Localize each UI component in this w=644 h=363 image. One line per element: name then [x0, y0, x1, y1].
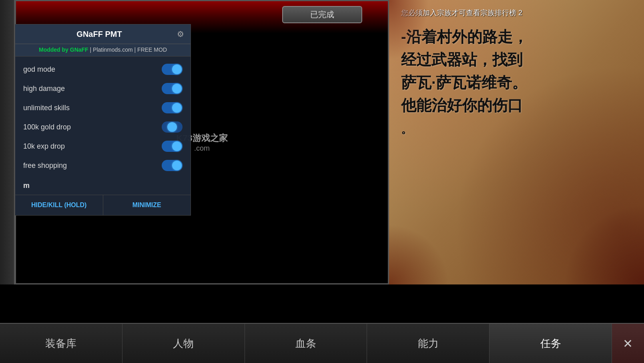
minimize-button[interactable]: MINIMIZE	[103, 195, 191, 215]
left-edge	[0, 0, 15, 284]
toggle-100k-gold[interactable]	[162, 121, 183, 133]
nav-label-health: 血条	[295, 337, 316, 351]
completed-button[interactable]: 已完成	[282, 6, 362, 23]
quest-line-4: 他能治好你的伤口	[401, 94, 632, 117]
quest-line-3: 萨瓦·萨瓦诺维奇。	[401, 71, 632, 94]
quest-dot: 。	[401, 121, 632, 138]
gear-icon[interactable]: ⚙	[177, 29, 184, 39]
mod-item-label-100k-gold: 100k gold drop	[23, 123, 71, 131]
mod-item-god-mode: god mode	[15, 60, 191, 79]
nav-item-quest[interactable]: 任务	[490, 324, 612, 363]
nav-item-equipment[interactable]: 装备库	[0, 324, 122, 363]
mod-item-unlimited-skills: unlimited skills	[15, 98, 191, 117]
mod-item-high-damage: high damage	[15, 79, 191, 98]
quest-line-2: 经过武器站，找到	[401, 48, 632, 71]
quest-text: -沿着村外的路走， 经过武器站，找到 萨瓦·萨瓦诺维奇。 他能治好你的伤口 。	[401, 26, 632, 138]
nav-label-equipment: 装备库	[45, 337, 76, 351]
hide-kill-button[interactable]: HIDE/KILL (HOLD)	[15, 195, 103, 215]
mod-by-label: Modded by GNaFF	[39, 46, 88, 53]
toggle-10k-exp[interactable]	[162, 141, 183, 152]
quest-notification: 您必须加入宗族才可查看宗族排行榜 2	[401, 8, 632, 18]
mod-item-label-unlimited-skills: unlimited skills	[23, 104, 70, 112]
toggle-free-shopping[interactable]	[162, 160, 183, 171]
mod-item-label-high-damage: high damage	[23, 85, 65, 93]
nav-item-close[interactable]: ✕	[612, 324, 644, 363]
nav-item-character[interactable]: 人物	[122, 324, 245, 363]
mod-item-label-god-mode: god mode	[23, 65, 55, 74]
mod-extra-label: m	[15, 178, 191, 195]
toggle-god-mode[interactable]	[162, 64, 183, 75]
quest-line-1: -沿着村外的路走，	[401, 26, 632, 48]
mod-site-label: Platinmods.com	[93, 46, 133, 53]
nav-item-health[interactable]: 血条	[245, 324, 367, 363]
nav-item-skills[interactable]: 能力	[367, 324, 490, 363]
mod-panel-header: GNaFF PMT ⚙	[15, 24, 191, 44]
mod-title: GNaFF PMT	[22, 30, 177, 39]
mod-item-free-shopping: free shopping	[15, 156, 191, 175]
mod-items-list: god mode high damage unlimited skills 10…	[15, 56, 191, 178]
nav-label-skills: 能力	[418, 337, 439, 351]
quest-panel: 您必须加入宗族才可查看宗族排行榜 2 -沿着村外的路走， 经过武器站，找到 萨瓦…	[389, 0, 644, 284]
mod-panel: GNaFF PMT ⚙ Modded by GNaFF | Platinmods…	[15, 24, 191, 216]
nav-label-character: 人物	[173, 337, 194, 351]
mod-item-10k-exp: 10k exp drop	[15, 137, 191, 156]
mod-separator2: |	[134, 46, 138, 53]
close-icon: ✕	[623, 337, 633, 351]
toggle-unlimited-skills[interactable]	[162, 102, 183, 113]
bottom-nav: 装备库 人物 血条 能力 任务 ✕	[0, 323, 644, 363]
mod-item-100k-gold: 100k gold drop	[15, 117, 191, 137]
mod-separator1: |	[90, 46, 93, 53]
toggle-high-damage[interactable]	[162, 83, 183, 94]
mod-free-label: FREE MOD	[137, 46, 167, 53]
mod-footer: HIDE/KILL (HOLD) MINIMIZE	[15, 195, 191, 215]
mod-item-label-free-shopping: free shopping	[23, 161, 67, 170]
mod-subtitle: Modded by GNaFF | Platinmods.com | FREE …	[15, 44, 191, 56]
nav-label-quest: 任务	[540, 337, 561, 351]
mod-item-label-10k-exp: 10k exp drop	[23, 142, 65, 151]
